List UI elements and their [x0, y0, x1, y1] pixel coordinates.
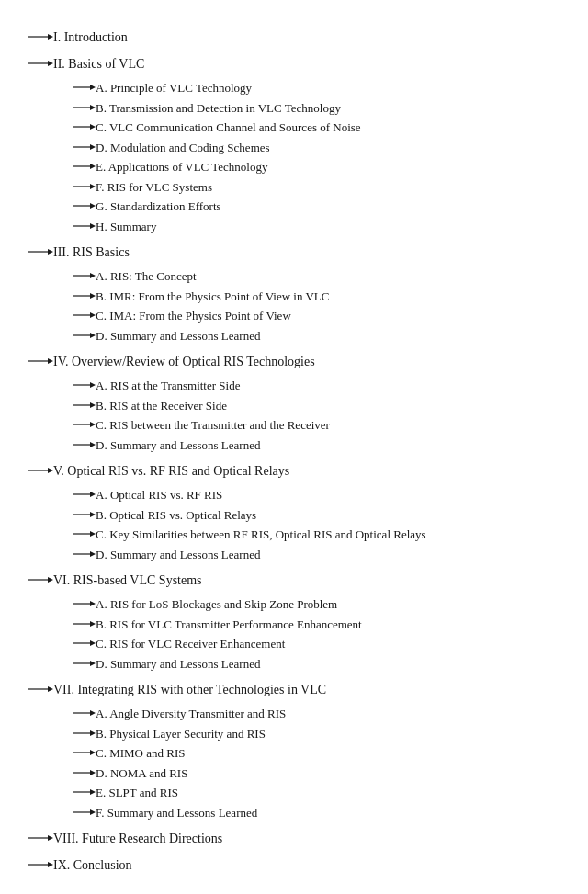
toc-item-V-B[interactable]: B. Optical RIS vs. Optical Relays — [74, 506, 560, 525]
toc-item-II-F[interactable]: F. RIS for VLC Systems — [74, 178, 560, 197]
section-VIII-label: VIII. Future Research Directions — [53, 829, 560, 848]
toc-item-IV-C[interactable]: C. RIS between the Transmitter and the R… — [74, 416, 560, 435]
section-I: I. Introduction — [28, 28, 560, 47]
section-V: V. Optical RIS vs. RF RIS and Optical Re… — [28, 461, 560, 563]
sub-arrow-II-C — [74, 121, 96, 132]
toc-item-VI-B[interactable]: B. RIS for VLC Transmitter Performance E… — [74, 616, 560, 634]
section-VII: VII. Integrating RIS with other Technolo… — [28, 680, 560, 821]
sub-arrow-III-B — [74, 290, 96, 301]
toc-item-III-A[interactable]: A. RIS: The Concept — [74, 267, 560, 286]
section-IV: IV. Overview/Review of Optical RIS Techn… — [28, 352, 560, 454]
sub-arrow-VII-A — [74, 707, 96, 719]
section-VII-E-label: E. SLPT and RIS — [96, 784, 560, 802]
arrow-III — [28, 245, 53, 258]
section-VI: VI. RIS-based VLC Systems A. RIS for LoS… — [28, 571, 560, 673]
sub-arrow-V-C — [74, 528, 96, 539]
section-V-D-label: D. Summary and Lessons Learned — [96, 546, 560, 564]
sub-arrow-VII-B — [74, 728, 96, 739]
toc-item-II[interactable]: II. Basics of VLC — [28, 54, 560, 74]
section-V-B-label: B. Optical RIS vs. Optical Relays — [96, 506, 560, 525]
toc-item-II-E[interactable]: E. Applications of VLC Technology — [74, 158, 560, 176]
section-VII-D-label: D. NOMA and RIS — [96, 764, 560, 783]
section-III-A-label: A. RIS: The Concept — [96, 267, 560, 286]
section-VI-A-label: A. RIS for LoS Blockages and Skip Zone P… — [96, 595, 560, 614]
toc-item-I[interactable]: I. Introduction — [28, 28, 560, 47]
toc-item-III-D[interactable]: D. Summary and Lessons Learned — [74, 327, 560, 345]
toc-item-VII-F[interactable]: F. Summary and Lessons Learned — [74, 804, 560, 822]
toc-item-VII-B[interactable]: B. Physical Layer Security and RIS — [74, 725, 560, 743]
sub-arrow-III-D — [74, 330, 96, 341]
toc-item-IV-D[interactable]: D. Summary and Lessons Learned — [74, 436, 560, 455]
toc-item-IV-B[interactable]: B. RIS at the Receiver Side — [74, 397, 560, 415]
section-VI-D-label: D. Summary and Lessons Learned — [96, 655, 560, 673]
sub-arrow-II-H — [74, 221, 96, 232]
sub-arrow-III-C — [74, 310, 96, 321]
toc-item-III[interactable]: III. RIS Basics — [28, 243, 560, 262]
sub-arrow-II-G — [74, 200, 96, 211]
arrow-V — [28, 464, 53, 477]
section-V-C-label: C. Key Similarities between RF RIS, Opti… — [96, 526, 560, 544]
toc-item-VII-D[interactable]: D. NOMA and RIS — [74, 764, 560, 783]
toc-item-VII-A[interactable]: A. Angle Diversity Transmitter and RIS — [74, 705, 560, 723]
sub-arrow-IV-C — [74, 419, 96, 430]
toc-item-II-C[interactable]: C. VLC Communication Channel and Sources… — [74, 119, 560, 137]
toc-item-VII-C[interactable]: C. MIMO and RIS — [74, 744, 560, 763]
toc-item-VI[interactable]: VI. RIS-based VLC Systems — [28, 571, 560, 590]
toc-item-III-C[interactable]: C. IMA: From the Physics Point of View — [74, 307, 560, 325]
toc-item-IV[interactable]: IV. Overview/Review of Optical RIS Techn… — [28, 352, 560, 371]
toc-item-V-A[interactable]: A. Optical RIS vs. RF RIS — [74, 486, 560, 504]
section-VII-label: VII. Integrating RIS with other Technolo… — [53, 680, 560, 699]
toc-item-II-A[interactable]: A. Principle of VLC Technology — [74, 79, 560, 97]
toc-item-VI-A[interactable]: A. RIS for LoS Blockages and Skip Zone P… — [74, 595, 560, 614]
section-VII-B-label: B. Physical Layer Security and RIS — [96, 725, 560, 743]
sub-arrow-VI-D — [74, 658, 96, 669]
section-IV-B-label: B. RIS at the Receiver Side — [96, 397, 560, 415]
toc-item-V-D[interactable]: D. Summary and Lessons Learned — [74, 546, 560, 564]
section-II-E-label: E. Applications of VLC Technology — [96, 158, 560, 176]
toc-item-IX[interactable]: IX. Conclusion — [28, 855, 560, 875]
toc-item-VIII[interactable]: VIII. Future Research Directions — [28, 829, 560, 848]
section-VII-A-label: A. Angle Diversity Transmitter and RIS — [96, 705, 560, 723]
toc-item-II-H[interactable]: H. Summary — [74, 218, 560, 236]
toc-item-II-D[interactable]: D. Modulation and Coding Schemes — [74, 139, 560, 157]
sub-arrow-IV-A — [74, 379, 96, 390]
toc-item-VI-D[interactable]: D. Summary and Lessons Learned — [74, 655, 560, 673]
table-of-contents: I. Introduction II. Basics of VLC — [28, 18, 560, 891]
section-VII-F-label: F. Summary and Lessons Learned — [96, 804, 560, 822]
toc-item-VII[interactable]: VII. Integrating RIS with other Technolo… — [28, 680, 560, 699]
sub-arrow-VI-C — [74, 638, 96, 649]
section-II: II. Basics of VLC A. Principle of VLC Te… — [28, 54, 560, 235]
sub-arrow-VI-B — [74, 618, 96, 629]
sub-arrow-VII-F — [74, 807, 96, 818]
arrow-VI — [28, 573, 53, 586]
toc-item-IV-A[interactable]: A. RIS at the Transmitter Side — [74, 377, 560, 395]
toc-item-VII-E[interactable]: E. SLPT and RIS — [74, 784, 560, 802]
section-II-G-label: G. Standardization Efforts — [96, 198, 560, 216]
section-II-D-label: D. Modulation and Coding Schemes — [96, 139, 560, 157]
section-III-D-label: D. Summary and Lessons Learned — [96, 327, 560, 345]
sub-arrow-VII-D — [74, 767, 96, 778]
toc-item-II-B[interactable]: B. Transmission and Detection in VLC Tec… — [74, 99, 560, 118]
sub-arrow-V-A — [74, 489, 96, 500]
section-IX-label: IX. Conclusion — [53, 855, 560, 875]
toc-item-III-B[interactable]: B. IMR: From the Physics Point of View i… — [74, 288, 560, 306]
section-IV-label: IV. Overview/Review of Optical RIS Techn… — [53, 352, 560, 371]
toc-item-II-G[interactable]: G. Standardization Efforts — [74, 198, 560, 216]
arrow-I — [28, 30, 53, 43]
toc-item-V-C[interactable]: C. Key Similarities between RF RIS, Opti… — [74, 526, 560, 544]
toc-item-V[interactable]: V. Optical RIS vs. RF RIS and Optical Re… — [28, 461, 560, 481]
toc-item-VI-C[interactable]: C. RIS for VLC Receiver Enhancement — [74, 635, 560, 653]
section-III-label: III. RIS Basics — [53, 243, 560, 262]
section-VI-label: VI. RIS-based VLC Systems — [53, 571, 560, 590]
section-VIII: VIII. Future Research Directions — [28, 829, 560, 848]
section-III: III. RIS Basics A. RIS: The Concept — [28, 243, 560, 345]
arrow-IX — [28, 858, 53, 871]
section-IV-C-label: C. RIS between the Transmitter and the R… — [96, 416, 560, 435]
sub-arrow-V-B — [74, 509, 96, 520]
arrow-IV — [28, 355, 53, 368]
sub-arrow-V-D — [74, 549, 96, 560]
section-IV-subsections: A. RIS at the Transmitter Side B. RIS at… — [74, 377, 560, 454]
section-V-label: V. Optical RIS vs. RF RIS and Optical Re… — [53, 461, 560, 481]
section-II-H-label: H. Summary — [96, 218, 560, 236]
section-IX: IX. Conclusion — [28, 855, 560, 875]
